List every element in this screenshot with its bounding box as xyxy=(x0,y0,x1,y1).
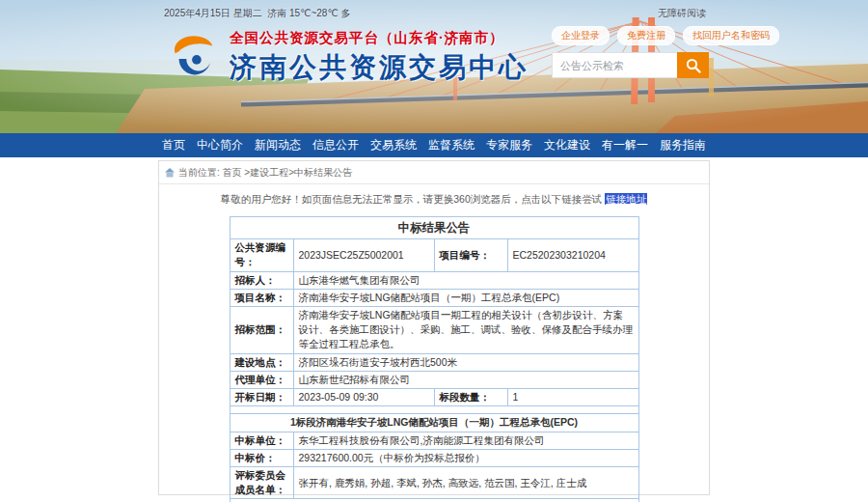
site-logo: 全国公共资源交易平台（山东省·济南市） 济南公共资源交易中心 xyxy=(166,29,529,86)
location-value: 济阳区垛石街道安子坡村西北500米 xyxy=(293,353,638,371)
nav-item-supervision[interactable]: 监督系统 xyxy=(424,133,478,157)
nav-item-culture[interactable]: 文化建设 xyxy=(540,133,594,157)
section-header: 1标段济南港华安子坡LNG储配站项目（一期）工程总承包(EPC) xyxy=(230,414,638,432)
nav-item-news[interactable]: 新闻动态 xyxy=(251,133,305,157)
committee-value: 张开有, 鹿秀娟, 孙超, 李斌, 孙杰, 高致远, 范云国, 王令江, 庄士成 xyxy=(293,466,638,498)
register-button[interactable]: 免费注册 xyxy=(617,26,675,45)
accessibility-link[interactable]: 无障碍阅读 xyxy=(658,7,706,20)
search-icon xyxy=(686,58,701,73)
tenderee-value: 山东港华燃气集团有限公司 xyxy=(293,271,638,289)
table-row: 招标人： 山东港华燃气集团有限公司 xyxy=(230,271,638,289)
top-info-bar: 2025年4月15日 星期二 济南 15℃~28℃ 多 无障碍阅读 xyxy=(0,7,868,22)
nav-item-experts[interactable]: 专家服务 xyxy=(482,133,536,157)
announcement-title: 中标结果公告 xyxy=(230,217,638,239)
nav-item-trading[interactable]: 交易系统 xyxy=(366,133,420,157)
open-date-value: 2023-05-09 09:30 xyxy=(293,389,434,406)
project-name-label: 项目名称： xyxy=(230,289,293,306)
recover-password-button[interactable]: 找回用户名和密码 xyxy=(683,26,779,45)
table-row: 评标委员会成员名单： 张开有, 鹿秀娟, 孙超, 李斌, 孙杰, 高致远, 范云… xyxy=(230,466,638,498)
scope-value: 济南港华安子坡LNG储配站项目一期工程的相关设计（含初步设计、方案设计、各类施工… xyxy=(293,307,638,354)
main-nav: 首页 中心简介 新闻动态 信息公开 交易系统 监督系统 专家服务 文化建设 有一… xyxy=(0,133,868,157)
login-button[interactable]: 企业登录 xyxy=(552,26,610,45)
nav-item-home[interactable]: 首页 xyxy=(158,133,189,157)
tenderee-label: 招标人： xyxy=(230,271,293,289)
breadcrumb-text[interactable]: 当前位置: 首页 >建设工程>中标结果公告 xyxy=(178,166,352,180)
project-no-label: 项目编号： xyxy=(434,239,507,271)
header-banner: 2025年4月15日 星期二 济南 15℃~28℃ 多 无障碍阅读 全国公共资源… xyxy=(0,0,868,133)
search-button[interactable] xyxy=(677,52,709,78)
content-panel: 当前位置: 首页 >建设工程>中标结果公告 尊敬的用户您好！如页面信息无法正常显… xyxy=(158,160,710,495)
location-label: 建设地点： xyxy=(230,353,293,371)
table-row: 中标单位： 东华工程科技股份有限公司,济南能源工程集团有限公司 xyxy=(230,432,638,449)
price-label: 中标价： xyxy=(230,449,293,466)
logo-icon xyxy=(166,31,222,85)
agency-value: 山东新世纪招标有限公司 xyxy=(293,371,638,388)
nav-item-qa[interactable]: 有一解一 xyxy=(598,133,652,157)
browser-notice: 尊敬的用户您好！如页面信息无法正常显示，请更换360浏览器后，点击以下链接尝试 … xyxy=(159,193,709,207)
open-date-label: 开标日期： xyxy=(230,389,293,406)
breadcrumb: 当前位置: 首页 >建设工程>中标结果公告 xyxy=(159,161,709,184)
platform-title: 全国公共资源交易平台（山东省·济南市） xyxy=(230,29,529,47)
table-row: 招标范围： 济南港华安子坡LNG储配站项目一期工程的相关设计（含初步设计、方案设… xyxy=(230,307,638,354)
winner-label: 中标单位： xyxy=(230,432,293,449)
weather-text: 济南 15℃~28℃ 多 xyxy=(267,8,350,18)
section-count-value: 1 xyxy=(507,389,638,406)
home-icon xyxy=(165,168,175,178)
agency-label: 代理单位： xyxy=(230,371,293,388)
table-row: 开标日期： 2023-05-09 09:30 标段数量： 1 xyxy=(230,389,638,406)
price-value: 293217600.00元（中标价为投标总报价） xyxy=(293,449,638,466)
table-row: 中标价： 293217600.00元（中标价为投标总报价） xyxy=(230,449,638,466)
date-text: 2025年4月15日 星期二 xyxy=(164,8,262,18)
award-announcement-table: 中标结果公告 公共资源编号： 2023JSEC25Z5002001 项目编号： … xyxy=(230,216,639,502)
search-bar xyxy=(552,52,709,78)
account-buttons: 企业登录 免费注册 找回用户名和密码 xyxy=(552,26,779,45)
project-name-value: 济南港华安子坡LNG储配站项目（一期）工程总承包(EPC) xyxy=(293,289,638,306)
scope-label: 招标范围： xyxy=(230,307,293,354)
nav-item-disclosure[interactable]: 信息公开 xyxy=(309,133,363,157)
table-row: 代理单位： 山东新世纪招标有限公司 xyxy=(230,371,638,388)
resource-no-label: 公共资源编号： xyxy=(230,239,293,271)
nav-item-guide[interactable]: 服务指南 xyxy=(656,133,710,157)
committee-label: 评标委员会成员名单： xyxy=(230,466,293,498)
search-input[interactable] xyxy=(552,52,677,78)
resource-no-value: 2023JSEC25Z5002001 xyxy=(293,239,434,271)
logo-text: 全国公共资源交易平台（山东省·济南市） 济南公共资源交易中心 xyxy=(230,29,529,86)
notice-link[interactable]: 链接地址 xyxy=(605,193,647,205)
site-title: 济南公共资源交易中心 xyxy=(230,49,529,86)
section-count-label: 标段数量： xyxy=(434,389,507,406)
table-row: 项目名称： 济南港华安子坡LNG储配站项目（一期）工程总承包(EPC) xyxy=(230,289,638,306)
table-row: 建设地点： 济阳区垛石街道安子坡村西北500米 xyxy=(230,353,638,371)
nav-item-about[interactable]: 中心简介 xyxy=(193,133,247,157)
spacer-row xyxy=(230,406,638,414)
project-no-value: EC25202303210204 xyxy=(507,239,638,271)
date-weather-text: 2025年4月15日 星期二 济南 15℃~28℃ 多 xyxy=(164,7,350,20)
notice-text: 尊敬的用户您好！如页面信息无法正常显示，请更换360浏览器后，点击以下链接尝试 xyxy=(221,193,605,205)
winner-value: 东华工程科技股份有限公司,济南能源工程集团有限公司 xyxy=(293,432,638,449)
section-header-row: 1标段济南港华安子坡LNG储配站项目（一期）工程总承包(EPC) xyxy=(230,414,638,432)
table-row: 公共资源编号： 2023JSEC25Z5002001 项目编号： EC25202… xyxy=(230,239,638,271)
table-title-row: 中标结果公告 xyxy=(230,217,638,239)
